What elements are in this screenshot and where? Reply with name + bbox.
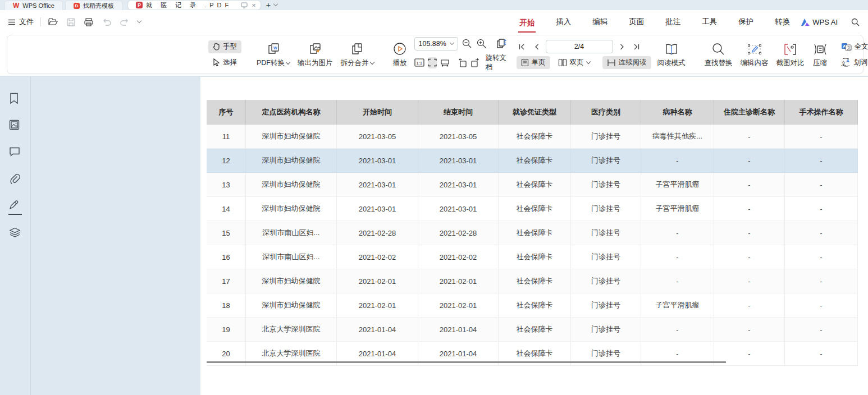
image-panel-icon[interactable] [9,120,21,132]
table-cell: 11 [207,125,246,149]
menu-item[interactable]: 编辑 [591,15,609,29]
continuous-read-icon [607,59,616,67]
new-tab-button[interactable]: + [266,1,271,10]
rotate-right-button[interactable] [470,57,480,68]
continuous-read-button[interactable]: 连续阅读 [602,56,651,69]
first-page-button[interactable] [517,40,528,53]
redo-icon[interactable] [120,17,130,27]
table-row[interactable]: 14深圳市妇幼保健院2021-03-012021-03-01社会保障卡门诊挂号子… [207,197,858,221]
table-cell: 深圳市妇幼保健院 [246,197,337,221]
signature-icon[interactable] [9,200,21,213]
table-cell: - [714,173,785,197]
open-folder-icon[interactable] [48,17,58,27]
wps-pdf-window: W WPS Office D 找稻壳模板 P 就 医 记 录 .PDF × + … [0,0,868,395]
table-cell: - [714,318,785,342]
menu-item[interactable]: 转换 [774,15,791,29]
print-icon[interactable] [84,17,94,27]
pdf-document-page[interactable]: 序号定点医药机构名称开始时间结束时间就诊凭证类型医疗类别病种名称住院主诊断名称手… [200,77,868,395]
menu-item[interactable]: 开始 [518,16,536,33]
cursor-icon [213,58,220,66]
table-row[interactable]: 18深圳市妇幼保健院2021-02-012021-02-01社会保障卡门诊挂号子… [207,293,858,318]
table-cell: 病毒性其他疾... [641,125,714,149]
menu-item[interactable]: 插入 [555,15,572,29]
table-row[interactable]: 13深圳市妇幼保健院2021-03-012021-03-01社会保障卡门诊挂号子… [207,173,858,197]
last-page-button[interactable] [631,40,642,53]
medical-records-table: 序号定点医药机构名称开始时间结束时间就诊凭证类型医疗类别病种名称住院主诊断名称手… [207,100,858,366]
actual-size-button[interactable]: 1:1 [414,57,424,68]
select-tool-button[interactable]: 选择 [208,56,241,69]
table-cell: 社会保障卡 [499,173,571,197]
save-icon[interactable] [66,17,76,27]
tab-list-chevron-icon[interactable] [273,2,278,6]
table-row[interactable]: 11深圳市妇幼保健院2021-03-052021-03-05社会保障卡门诊挂号病… [207,125,858,149]
quick-access-chevron-icon[interactable] [137,19,141,23]
wps-ai-button[interactable]: WPS AI [801,18,838,26]
divider [40,17,41,26]
table-cell: - [785,245,858,269]
single-page-button[interactable]: 单页 [517,56,550,69]
next-page-icon [620,44,624,50]
split-merge-button[interactable]: 拆分合并 [337,40,378,69]
play-button[interactable]: 播放 [389,40,411,69]
menu-item[interactable]: 页面 [628,15,645,29]
pdf-convert-button[interactable]: W PDF转换 [253,40,294,69]
zoom-out-button[interactable] [462,38,473,49]
tab-document-pdf[interactable]: P 就 医 记 录 .PDF × [128,1,261,10]
menu-item[interactable]: 工具 [701,15,718,29]
wps-logo-icon: W [13,2,19,10]
edit-content-button[interactable]: 编辑内容 [737,40,773,69]
comment-panel-icon[interactable] [9,146,21,159]
layers-icon[interactable] [9,227,21,240]
navigation-panel[interactable] [31,77,200,395]
close-tab-icon[interactable]: × [252,1,256,10]
table-row[interactable]: 17深圳市妇幼保健院2021-02-012021-02-01社会保障卡门诊挂号-… [207,269,858,293]
fit-page-button[interactable] [428,57,437,68]
table-cell: 社会保障卡 [499,318,571,342]
horizontal-scrollbar-thumb[interactable] [207,361,726,363]
menu-item[interactable]: 批注 [664,15,682,29]
rotate-left-button[interactable] [458,57,467,68]
next-page-button[interactable] [616,40,628,53]
double-page-button[interactable]: 双页 [554,56,595,69]
rotate-doc-label[interactable]: 旋转文档 [486,53,508,72]
table-row[interactable]: 16深圳市南山区妇...2021-02-022021-02-02社会保障卡门诊挂… [207,245,858,269]
svg-text:1:1: 1:1 [416,61,423,66]
compress-button[interactable]: 压缩 [808,40,832,69]
table-cell: 2021-02-01 [337,293,418,318]
table-row[interactable]: 19北京大学深圳医院2021-01-042021-01-04社会保障卡门诊挂号-… [207,318,858,342]
docer-icon: D [74,3,80,9]
split-merge-label: 拆分合并 [341,58,369,68]
present-to-screen-icon[interactable] [241,2,248,8]
zoom-in-button[interactable] [476,38,487,49]
table-row[interactable]: 12深圳市妇幼保健院2021-03-012021-03-01社会保障卡门诊挂号-… [207,149,858,173]
tab-docer-templates[interactable]: D 找稻壳模板 [65,1,122,10]
search-icon[interactable] [850,17,860,27]
fit-width-button[interactable] [440,57,450,68]
attachment-icon[interactable] [9,173,21,186]
full-text-translate-button[interactable]: A文 全文翻译 [837,40,868,53]
export-as-image-button[interactable]: 输出为图片 [294,40,337,69]
table-row[interactable]: 15深圳市南山区妇...2021-02-282021-02-28社会保障卡门诊挂… [207,221,858,245]
file-menu-button[interactable]: 文件 [8,17,34,27]
word-translate-button[interactable]: 文A 划词翻译 [837,56,868,69]
first-page-icon [519,44,525,50]
table-cell: - [714,269,785,293]
file-menu-label: 文件 [19,17,34,27]
hand-tool-button[interactable]: 手型 [208,40,241,53]
menu-item[interactable]: 保护 [737,15,755,29]
table-cell: 2021-03-01 [418,173,499,197]
zoom-level-select[interactable]: 105.88% [414,37,458,50]
bookmark-icon[interactable] [9,93,21,105]
prev-page-button[interactable] [531,40,542,53]
screenshot-compare-button[interactable]: 截图对比 [773,40,808,69]
table-cell: 门诊挂号 [571,269,641,293]
window-tab-bar: W WPS Office D 找稻壳模板 P 就 医 记 录 .PDF × + [0,0,868,10]
table-cell: 子宫平滑肌瘤 [641,173,714,197]
page-number-input[interactable]: 2/4 [546,40,613,53]
table-cell: 社会保障卡 [499,245,571,269]
rotate-pages-button[interactable] [496,38,508,49]
undo-icon[interactable] [102,17,112,27]
read-mode-button[interactable]: 阅读模式 [654,40,689,69]
tab-wps-office[interactable]: W WPS Office [4,1,63,10]
find-replace-button[interactable]: 查找替换 [701,40,737,69]
